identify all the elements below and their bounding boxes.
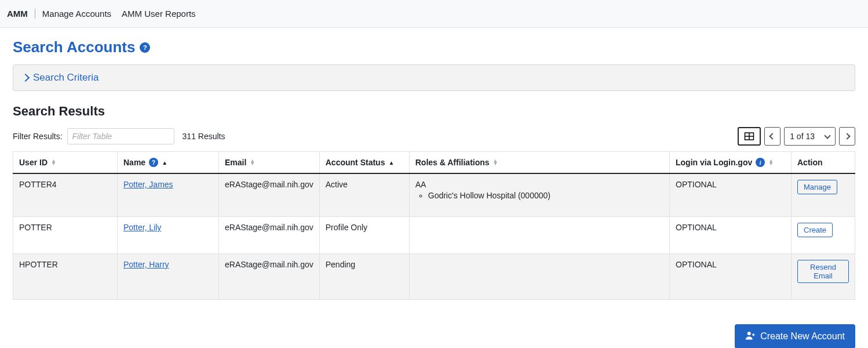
- view-grid-button[interactable]: [738, 127, 761, 146]
- name-link[interactable]: Potter, Lily: [123, 223, 161, 232]
- cell-roles: [409, 254, 669, 300]
- cell-status: Profile Only: [319, 217, 409, 254]
- sort-icon: ▲▼: [768, 160, 774, 165]
- page-select[interactable]: 1 of 13: [784, 127, 836, 146]
- search-criteria-label: Search Criteria: [33, 72, 99, 84]
- nav-user-reports[interactable]: AMM User Reports: [122, 9, 196, 19]
- table-row: POTTER Potter, Lily eRAStage@mail.nih.go…: [13, 217, 855, 254]
- cell-roles: [409, 217, 669, 254]
- cell-user-id: HPOTTER: [13, 254, 118, 300]
- grid-icon: [744, 131, 754, 142]
- filter-label: Filter Results:: [13, 132, 63, 141]
- cell-login: OPTIONAL: [670, 173, 792, 217]
- top-nav: AMM Manage Accounts AMM User Reports: [0, 0, 868, 28]
- col-action: Action: [792, 152, 855, 174]
- sort-asc-icon: ▲: [162, 160, 167, 166]
- results-title: Search Results: [13, 104, 855, 119]
- results-count: 311 Results: [183, 132, 225, 141]
- col-email[interactable]: Email▲▼: [219, 152, 320, 174]
- create-new-account-label: Create New Account: [760, 331, 845, 342]
- table-row: POTTER4 Potter, James eRAStage@mail.nih.…: [13, 173, 855, 217]
- chevron-right-icon: [21, 74, 30, 82]
- search-criteria-panel: Search Criteria: [13, 64, 855, 91]
- sort-icon: ▲▼: [493, 160, 498, 165]
- cell-status: Pending: [319, 254, 409, 300]
- manage-button[interactable]: Manage: [797, 180, 837, 194]
- col-roles[interactable]: Roles & Affiliations▲▼: [409, 152, 669, 174]
- col-name[interactable]: Name?▲: [118, 152, 219, 174]
- chevron-left-icon: [769, 133, 776, 139]
- col-status[interactable]: Account Status▲: [319, 152, 409, 174]
- resend-email-button[interactable]: Resend Email: [797, 260, 849, 283]
- cell-user-id: POTTER: [13, 217, 118, 254]
- filter-input[interactable]: [67, 128, 174, 144]
- cell-user-id: POTTER4: [13, 173, 118, 217]
- cell-email: eRAStage@mail.nih.gov: [219, 173, 320, 217]
- cell-status: Active: [319, 173, 409, 217]
- pager-next-button[interactable]: [839, 127, 855, 146]
- chevron-down-icon: [824, 132, 830, 139]
- name-link[interactable]: Potter, James: [123, 180, 173, 189]
- col-user-id[interactable]: User ID▲▼: [13, 152, 118, 174]
- search-criteria-toggle[interactable]: Search Criteria: [23, 72, 845, 84]
- svg-point-3: [747, 332, 751, 335]
- sort-icon: ▲▼: [250, 160, 255, 165]
- cell-email: eRAStage@mail.nih.gov: [219, 217, 320, 254]
- results-table: User ID▲▼ Name?▲ Email▲▼ Account Status▲…: [13, 151, 855, 300]
- help-icon[interactable]: ?: [149, 158, 158, 167]
- pager-prev-button[interactable]: [764, 127, 781, 146]
- sort-icon: ▲▼: [51, 160, 56, 165]
- table-row: HPOTTER Potter, Harry eRAStage@mail.nih.…: [13, 254, 855, 300]
- sort-asc-icon: ▲: [388, 160, 394, 166]
- nav-manage-accounts[interactable]: Manage Accounts: [42, 9, 111, 19]
- page-title-text: Search Accounts: [13, 38, 135, 56]
- create-button[interactable]: Create: [797, 223, 833, 237]
- user-plus-icon: [745, 330, 756, 343]
- cell-login: OPTIONAL: [670, 217, 792, 254]
- cell-roles: AA Godric's Hollow Hospital (000000): [409, 173, 669, 217]
- help-icon[interactable]: ?: [140, 42, 150, 53]
- page-select-text: 1 of 13: [790, 132, 815, 141]
- brand-label: AMM: [7, 9, 35, 19]
- cell-login: OPTIONAL: [670, 254, 792, 300]
- info-icon[interactable]: i: [756, 158, 765, 167]
- chevron-right-icon: [844, 133, 850, 139]
- page-title: Search Accounts ?: [13, 38, 855, 56]
- name-link[interactable]: Potter, Harry: [123, 260, 169, 269]
- cell-email: eRAStage@mail.nih.gov: [219, 254, 320, 300]
- col-login[interactable]: Login via Login.govi▲▼: [670, 152, 792, 174]
- create-new-account-button[interactable]: Create New Account: [735, 324, 855, 348]
